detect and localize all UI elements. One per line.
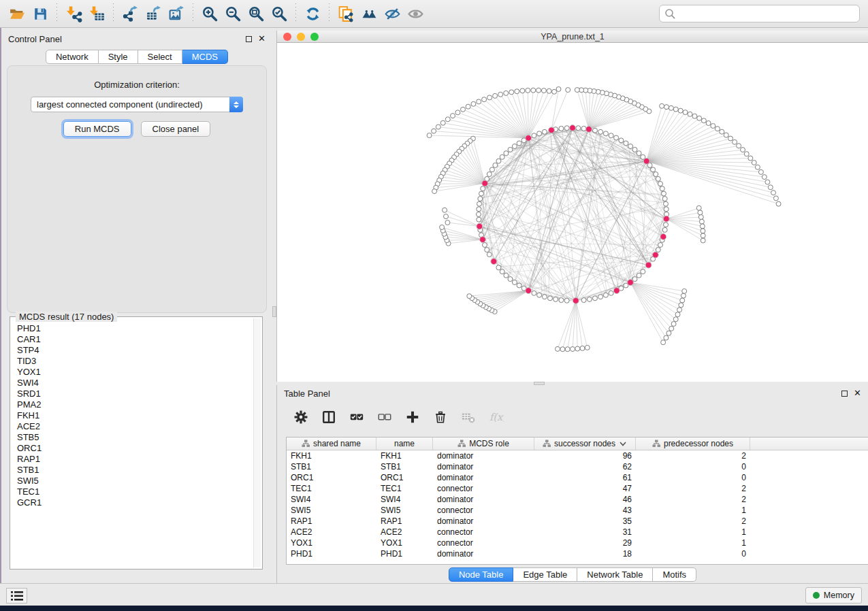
export-table-icon[interactable]: [142, 3, 165, 24]
network-window-title: YPA_prune.txt_1: [541, 32, 605, 42]
delete-column-icon[interactable]: [433, 410, 448, 425]
mcds-result-item[interactable]: RAP1: [17, 454, 255, 465]
table-row[interactable]: STB1STB1dominator620: [287, 461, 868, 472]
table-row[interactable]: FKH1FKH1dominator962: [287, 450, 868, 461]
show-columns-icon[interactable]: [321, 410, 336, 425]
first-neighbors-icon[interactable]: [357, 3, 381, 24]
mcds-result-item[interactable]: SWI4: [17, 378, 255, 389]
select-all-rows-icon[interactable]: [349, 410, 364, 425]
mcds-result-item[interactable]: GCR1: [17, 497, 255, 508]
mcds-result-item[interactable]: YOX1: [17, 367, 255, 378]
mcds-result-item[interactable]: TID3: [17, 356, 255, 367]
tab-network[interactable]: Network: [46, 50, 99, 64]
close-panel-icon[interactable]: ✕: [258, 35, 266, 42]
column-header-name[interactable]: name: [376, 437, 433, 450]
memory-button[interactable]: Memory: [805, 587, 862, 604]
export-network-icon[interactable]: [118, 3, 142, 24]
cell: STB1: [376, 461, 433, 472]
mcds-result-item[interactable]: FKH1: [17, 410, 255, 421]
cell: STB1: [287, 461, 376, 472]
table-panel: Table Panel ✕ f(x) shared namenameMCDS r…: [276, 385, 868, 583]
cell: 2: [636, 494, 750, 505]
column-header-predecessor-nodes[interactable]: predecessor nodes: [636, 437, 750, 450]
mcds-result-item[interactable]: PHD1: [17, 323, 255, 334]
cell: 0: [636, 472, 750, 483]
mcds-result-title: MCDS result (17 nodes): [16, 312, 117, 322]
create-column-icon[interactable]: [405, 410, 420, 425]
table-row[interactable]: ORC1ORC1dominator610: [287, 472, 868, 483]
export-image-icon[interactable]: [165, 3, 188, 24]
deselect-all-rows-icon[interactable]: [377, 410, 392, 425]
cell: 0: [636, 461, 750, 472]
zoom-in-icon[interactable]: [198, 3, 221, 24]
import-table-from-file-icon[interactable]: [85, 3, 108, 24]
table-row[interactable]: SWI4SWI4dominator462: [287, 494, 868, 505]
tab-motifs[interactable]: Motifs: [653, 567, 696, 582]
cell: ACE2: [287, 527, 376, 538]
fit-selected-icon[interactable]: [268, 3, 291, 24]
fit-content-icon[interactable]: [244, 3, 268, 24]
run-mcds-button[interactable]: Run MCDS: [63, 121, 131, 137]
table-row[interactable]: YOX1YOX1connector291: [287, 538, 868, 548]
mcds-result-item[interactable]: ORC1: [17, 443, 255, 454]
mcds-result-list: PHD1CAR1STP4TID3YOX1SWI4SRD1PMA2FKH1ACE2…: [10, 317, 262, 514]
open-file-icon[interactable]: [5, 3, 29, 24]
tab-network-table[interactable]: Network Table: [577, 567, 653, 582]
cell: YOX1: [376, 538, 433, 548]
table-row[interactable]: TEC1TEC1connector472: [287, 483, 868, 494]
refresh-icon[interactable]: [301, 3, 324, 24]
maximize-window-light[interactable]: [310, 33, 319, 41]
table-row[interactable]: ACE2ACE2connector311: [287, 527, 868, 538]
float-panel-icon[interactable]: [246, 36, 252, 42]
close-panel-button[interactable]: Close panel: [141, 121, 211, 137]
mcds-result-item[interactable]: SRD1: [17, 389, 255, 399]
mcds-result-scrollbar[interactable]: [253, 318, 261, 567]
tab-mcds[interactable]: MCDS: [182, 50, 228, 64]
network-window-titlebar: YPA_prune.txt_1: [277, 31, 868, 43]
table-header-row: shared namenameMCDS rolesuccessor nodesp…: [287, 437, 868, 450]
table-row[interactable]: RAP1RAP1dominator352: [287, 516, 868, 527]
cell: 96: [534, 450, 636, 461]
mcds-result-item[interactable]: STB1: [17, 465, 255, 476]
toolbar-separator: [295, 3, 296, 24]
mcds-result-item[interactable]: PMA2: [17, 399, 255, 410]
control-panel: Control Panel ✕ NetworkStyleSelectMCDS O…: [1, 31, 272, 583]
optimization-criterion-dropdown[interactable]: largest connected component (undirected): [31, 97, 243, 112]
network-canvas[interactable]: [277, 43, 868, 381]
mcds-result-item[interactable]: ACE2: [17, 421, 255, 432]
shared-column-icon: [652, 440, 660, 448]
mcds-result-item[interactable]: CAR1: [17, 334, 255, 345]
table-row[interactable]: PHD1PHD1dominator180: [287, 548, 868, 559]
share-document-icon[interactable]: [334, 3, 357, 24]
zoom-out-icon[interactable]: [221, 3, 244, 24]
mcds-result-item[interactable]: STP4: [17, 345, 255, 356]
table-toolbar: f(x): [277, 400, 868, 434]
close-table-panel-icon[interactable]: ✕: [854, 390, 861, 397]
svg-text:f(x): f(x): [489, 411, 504, 423]
tab-select[interactable]: Select: [138, 50, 182, 64]
float-table-panel-icon[interactable]: [841, 391, 848, 397]
desktop: Control Panel ✕ NetworkStyleSelectMCDS O…: [0, 0, 868, 611]
mcds-result-item[interactable]: TEC1: [17, 486, 255, 497]
panel-list-button[interactable]: [6, 588, 27, 604]
mcds-result-item[interactable]: SWI5: [17, 476, 255, 486]
close-window-light[interactable]: [283, 33, 291, 41]
save-session-icon[interactable]: [29, 3, 52, 24]
tab-edge-table[interactable]: Edge Table: [513, 567, 577, 582]
cell: 35: [534, 516, 636, 527]
import-network-from-file-icon[interactable]: [62, 3, 85, 24]
shared-column-icon: [457, 440, 466, 448]
search-icon: [664, 8, 675, 19]
hide-selected-icon[interactable]: [381, 3, 404, 24]
search-input[interactable]: [659, 5, 860, 22]
column-header-successor-nodes[interactable]: successor nodes: [534, 437, 636, 450]
column-header-shared-name[interactable]: shared name: [287, 437, 376, 450]
tab-style[interactable]: Style: [99, 50, 138, 64]
network-nodes: [427, 87, 781, 352]
minimize-window-light[interactable]: [297, 33, 305, 41]
tab-node-table[interactable]: Node Table: [449, 567, 514, 582]
column-header-MCDS-role[interactable]: MCDS role: [433, 437, 534, 450]
table-row[interactable]: SWI5SWI5connector431: [287, 505, 868, 516]
table-mode-icon[interactable]: [293, 410, 308, 425]
mcds-result-item[interactable]: STB5: [17, 432, 255, 443]
